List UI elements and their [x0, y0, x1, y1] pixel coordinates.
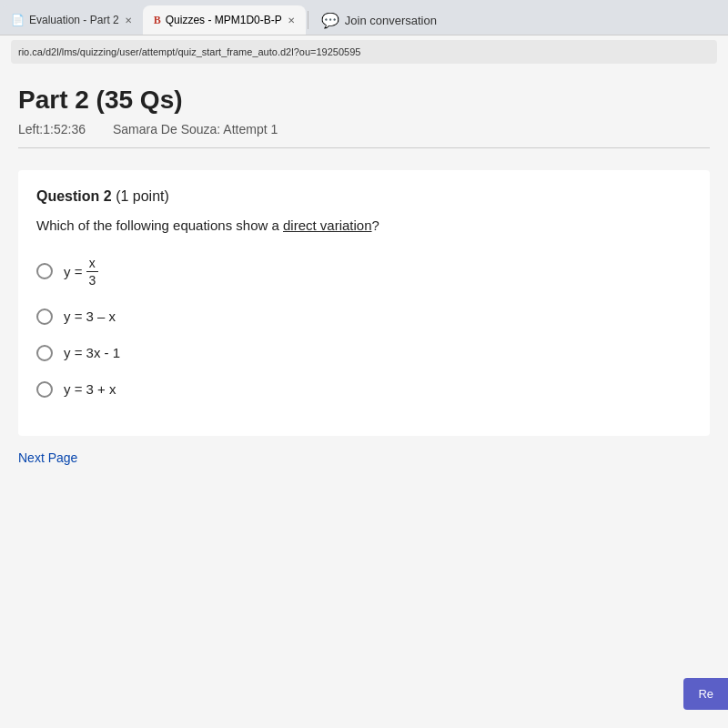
- question-text: Which of the following equations show a …: [36, 216, 692, 237]
- answer-option-1[interactable]: y = x 3: [36, 255, 692, 288]
- fraction-x-over-3: x 3: [86, 255, 98, 288]
- page-title: Part 2 (35 Qs): [18, 86, 710, 115]
- tab-label-quizzes: Quizzes - MPM1D0-B-P: [166, 14, 282, 26]
- re-button[interactable]: Re: [683, 678, 728, 710]
- tab-evaluation[interactable]: 📄 Evaluation - Part 2 ✕: [0, 5, 143, 35]
- join-conversation-tab[interactable]: 💬 Join conversation: [310, 5, 448, 35]
- tab-label-evaluation: Evaluation - Part 2: [29, 14, 119, 26]
- question-text-underline: direct variation: [283, 217, 372, 233]
- question-number: Question 2: [36, 188, 112, 204]
- tab-bar: 📄 Evaluation - Part 2 ✕ B Quizzes - MPM1…: [0, 0, 728, 35]
- tab-icon-quizzes: B: [154, 14, 161, 27]
- question-text-after: ?: [372, 217, 379, 233]
- tab-separator: [308, 11, 308, 29]
- tab-close-evaluation[interactable]: ✕: [125, 15, 132, 25]
- answer-option-3[interactable]: y = 3x - 1: [36, 345, 692, 361]
- url-input[interactable]: [11, 40, 717, 64]
- student-info: Samara De Souza: Attempt 1: [113, 122, 278, 136]
- answer-option-4[interactable]: y = 3 + x: [36, 381, 692, 398]
- label-option-2: y = 3 – x: [64, 308, 116, 324]
- time-left: Left:1:52:36: [18, 122, 86, 136]
- tab-icon-evaluation: 📄: [11, 14, 25, 26]
- tab-quizzes[interactable]: B Quizzes - MPM1D0-B-P ✕: [143, 5, 306, 35]
- quiz-meta: Left:1:52:36 Samara De Souza: Attempt 1: [18, 122, 710, 148]
- teams-icon: 💬: [321, 12, 339, 29]
- next-page-link[interactable]: Next Page: [18, 450, 77, 465]
- tab-close-quizzes[interactable]: ✕: [288, 15, 295, 25]
- question-points: (1 point): [116, 188, 169, 204]
- radio-option-3[interactable]: [36, 345, 53, 361]
- answer-option-2[interactable]: y = 3 – x: [36, 308, 692, 325]
- radio-option-2[interactable]: [36, 308, 53, 325]
- label-option-3: y = 3x - 1: [64, 345, 120, 360]
- bottom-bar: Next Page: [18, 450, 710, 465]
- join-conversation-label: Join conversation: [345, 14, 437, 27]
- browser-chrome: 📄 Evaluation - Part 2 ✕ B Quizzes - MPM1…: [0, 0, 728, 67]
- question-header: Question 2 (1 point): [36, 188, 692, 205]
- radio-option-1[interactable]: [36, 263, 53, 279]
- question-container: Question 2 (1 point) Which of the follow…: [18, 170, 710, 436]
- page-content: Part 2 (35 Qs) Left:1:52:36 Samara De So…: [0, 67, 728, 728]
- question-text-before: Which of the following equations show a: [36, 217, 283, 233]
- label-option-4: y = 3 + x: [64, 381, 116, 397]
- radio-option-4[interactable]: [36, 381, 53, 398]
- math-option-1: y = x 3: [64, 255, 102, 288]
- address-bar: [0, 35, 728, 67]
